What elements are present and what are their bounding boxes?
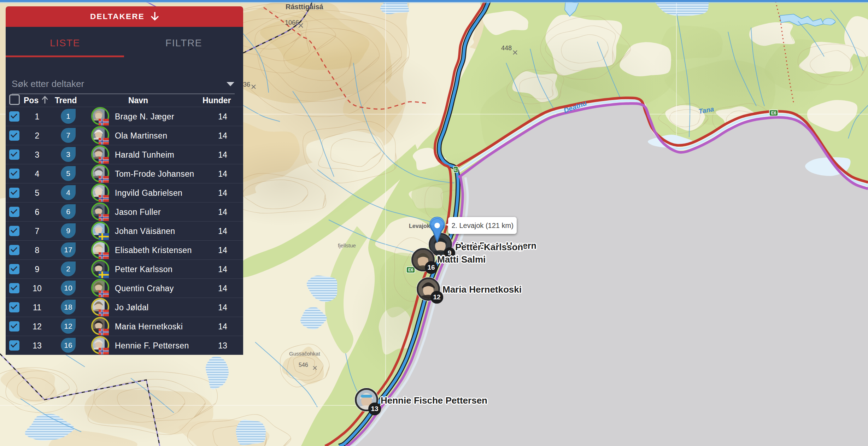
svg-text:fjellstue: fjellstue [338, 242, 356, 248]
svg-text:546: 546 [299, 362, 308, 368]
svg-text:Gussačohkat: Gussačohkat [289, 351, 320, 357]
svg-text:E6: E6 [408, 268, 414, 272]
svg-text:Levajok: Levajok [409, 223, 430, 229]
svg-text:E: E [454, 168, 457, 172]
svg-text:1066: 1066 [285, 19, 299, 26]
svg-text:448: 448 [501, 45, 512, 52]
svg-text:E6: E6 [771, 111, 776, 116]
svg-text:36: 36 [243, 81, 250, 88]
svg-text:Rásttigáisá: Rásttigáisá [286, 3, 324, 11]
